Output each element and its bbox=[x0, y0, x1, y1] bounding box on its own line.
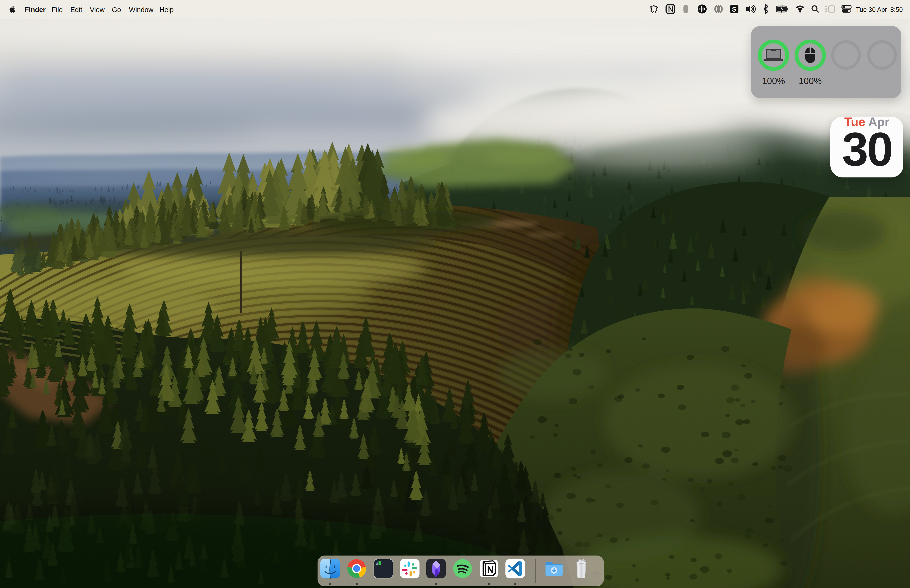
svg-text:$: $ bbox=[375, 561, 378, 566]
svg-text:100%: 100% bbox=[798, 76, 822, 86]
svg-text:100%: 100% bbox=[762, 76, 785, 86]
svg-text:S: S bbox=[732, 6, 737, 13]
